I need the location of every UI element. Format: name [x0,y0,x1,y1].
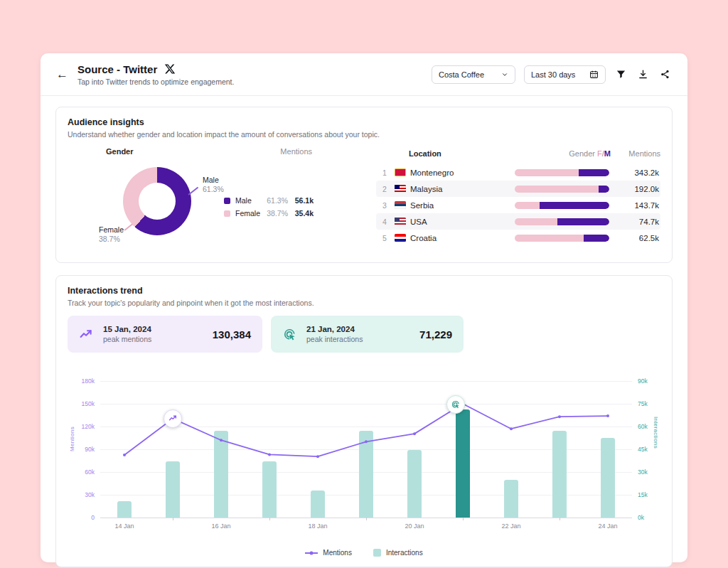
peak-mentions-value: 130,384 [213,328,251,341]
mentions-point-19-jan [365,440,368,443]
topic-select[interactable]: Costa Coffee [432,65,515,84]
gender-section: Gender Mentions Male 61.3% [99,147,312,252]
gender-ratio-bar [515,169,609,176]
location-row: 1Montenegro343.2k [376,164,660,181]
gender-fm-header: Gender F/M [511,149,611,158]
x-axis-tick-mark [269,518,270,520]
female-callout-line [124,224,133,231]
location-rank: 5 [378,234,392,242]
left-axis-tick: 180k [82,377,95,385]
gender-legend: Male61.3%56.1kFemale38.7%35.4k [224,194,314,220]
location-rank: 2 [378,185,392,193]
gender-ratio-bar [515,235,609,242]
location-mentions-value: 62.5k [609,234,659,242]
left-axis-tick: 60k [85,468,95,476]
audience-insights-card: Audience insights Understand whether gen… [55,107,673,263]
right-axis-tick: 60k [638,423,648,430]
chart-legend-item-interactions[interactable]: Interactions [373,549,423,557]
share-button[interactable] [658,68,672,81]
date-range-picker[interactable]: Last 30 days [524,65,606,84]
peak-interactions-card: 21 Jan, 2024 peak interactions 71,229 [271,316,464,353]
left-axis-tick: 90k [85,446,95,453]
location-row: 3Serbia143.7k [376,197,660,213]
legend-label: Male [235,196,262,205]
click-icon [282,327,297,342]
left-axis-tick: 150k [82,400,95,407]
peak-interactions-marker [446,395,465,414]
audience-title: Audience insights [68,117,660,127]
download-button[interactable] [636,68,650,81]
location-rank: 4 [378,218,392,226]
location-name: Malaysia [410,185,515,193]
legend-percent: 38.7% [262,209,288,218]
x-axis-tick-label: 18 Jan [308,523,327,530]
line-series-icon [305,552,318,554]
x-axis-tick-label: 16 Jan [211,523,230,530]
page-header: ← Source - Twitter Tap into Twitter tren… [41,53,687,96]
legend-percent: 61.3% [262,196,288,205]
right-axis-tick: 45k [638,446,648,453]
gender-legend-item: Female38.7%35.4k [224,207,314,220]
page-title: Source - Twitter [77,63,157,75]
mentions-point-17-jan [268,453,271,456]
peak-interactions-label: peak interactions [306,335,363,343]
location-rank: 3 [378,201,392,210]
x-twitter-icon [164,63,176,75]
location-rank: 1 [378,168,392,177]
audience-description: Understand whether gender and location i… [68,130,660,139]
chart-plot-area: 180k90k150k75k120k60k90k45k60k30k30k15k0… [100,381,632,518]
montenegro-flag-icon [395,168,406,176]
peak-mentions-marker [164,409,182,428]
right-axis-label: Interactions [653,417,659,449]
chart-legend-item-mentions[interactable]: Mentions [305,549,352,557]
chart-legend-label: Mentions [323,549,352,557]
chevron-down-icon [501,71,508,78]
calendar-icon [589,70,599,79]
mentions-point-16-jan [220,439,223,441]
chart-legend: MentionsInteractions [68,549,660,557]
left-axis-label: Mentions [69,427,75,451]
x-axis-tick-label: 24 Jan [598,523,617,530]
back-button[interactable]: ← [56,68,70,82]
location-mentions-value: 74.7k [609,218,659,226]
mentions-point-20-jan [413,432,416,435]
gender-legend-item: Male61.3%56.1k [224,194,314,207]
x-axis-tick-label: 14 Jan [114,523,134,530]
location-column-title: Location [409,149,511,158]
mentions-point-22-jan [510,427,513,430]
location-mentions-value: 192.0k [609,185,659,193]
date-range-value: Last 30 days [531,70,575,79]
x-axis-tick-mark [366,518,367,520]
right-axis-tick: 90k [638,377,648,385]
location-name: Montenegro [410,168,515,177]
mentions-point-14-jan [123,454,126,456]
female-callout: Female 38.7% [99,225,124,243]
interactions-description: Track your topic's popularity and pinpoi… [68,299,660,307]
location-section: Location Gender F/M Mentions 1Montenegro… [376,147,660,252]
bar-series-icon [373,549,381,557]
mentions-point-24-jan [606,414,609,417]
legend-label: Female [235,209,262,218]
gender-ratio-bar [515,186,609,193]
legend-swatch [224,198,230,204]
left-axis-tick: 120k [82,423,95,430]
location-name: Croatia [410,234,515,242]
legend-swatch [224,210,230,217]
chart-legend-label: Interactions [386,549,423,557]
gender-ratio-bar [515,202,609,209]
malaysia-flag-icon [395,185,406,193]
right-axis-tick: 0k [638,514,644,521]
legend-mentions-value: 56.1k [288,196,314,205]
location-mentions-value: 143.7k [609,201,659,210]
page-subtitle: Tap into Twitter trends to optimize enga… [77,77,234,86]
filter-button[interactable] [614,68,628,81]
location-name: Serbia [410,201,515,210]
location-row: 2Malaysia192.0k [376,181,660,197]
serbia-flag-icon [395,201,406,209]
x-axis-tick-mark [463,518,464,520]
interactions-trend-card: Interactions trend Track your topic's po… [55,275,673,567]
right-axis-tick: 15k [638,491,648,498]
mentions-column-title: Mentions [611,149,660,158]
x-axis-tick-mark [560,518,560,520]
dashboard-panel: ← Source - Twitter Tap into Twitter tren… [41,53,687,562]
